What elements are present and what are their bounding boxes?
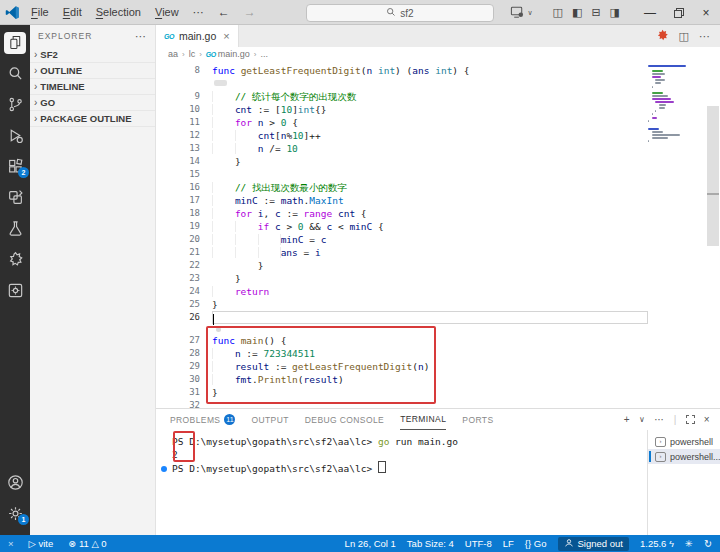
line-number[interactable]: 32 — [156, 399, 212, 408]
panel-tab-output[interactable]: OUTPUT — [251, 409, 288, 430]
line-number[interactable]: 26 — [156, 311, 212, 324]
restore-icon[interactable] — [664, 6, 692, 20]
editor-scrollbar[interactable] — [707, 106, 719, 246]
sidebar-section-outline[interactable]: ›OUTLINE — [30, 62, 155, 78]
code-line-22[interactable]: 22 } — [156, 259, 648, 272]
status-go-version[interactable]: 1.25.6 ϟ — [640, 538, 674, 549]
code-line-27[interactable]: 27func main() { — [156, 334, 648, 347]
menu-edit[interactable]: Edit — [56, 3, 89, 22]
line-number[interactable]: 20 — [156, 233, 212, 246]
terminal-list-item[interactable]: powershell... — [648, 449, 720, 464]
menu-selection[interactable]: Selection — [89, 3, 148, 22]
code-line-14[interactable]: 14 } — [156, 155, 648, 168]
code-line-31[interactable]: 31} — [156, 386, 648, 399]
line-number[interactable]: 24 — [156, 285, 212, 298]
code-line-28[interactable]: 28 n := 723344511 — [156, 347, 648, 360]
codelens-widget[interactable] — [156, 324, 648, 334]
panel-more-icon[interactable]: ⋯ — [654, 414, 664, 425]
toggle-primary-sidebar-icon[interactable]: ◧ — [572, 6, 582, 19]
line-number[interactable]: 23 — [156, 272, 212, 285]
breadcrumb-item[interactable]: GOmain.go — [206, 49, 250, 59]
line-number[interactable]: 14 — [156, 155, 212, 168]
panel-tab-terminal[interactable]: TERMINAL — [400, 409, 446, 430]
line-number[interactable]: 19 — [156, 220, 212, 233]
code-line-18[interactable]: 18 for i, c := range cnt { — [156, 207, 648, 220]
line-number[interactable]: 29 — [156, 360, 212, 373]
panel-tab-problems[interactable]: PROBLEMS11 — [170, 409, 235, 430]
code-line-11[interactable]: 11 for n > 0 { — [156, 116, 648, 129]
code-line-30[interactable]: 30 fmt.Println(result) — [156, 373, 648, 386]
status-encoding[interactable]: UTF-8 — [465, 538, 492, 549]
codelens-widget[interactable] — [156, 77, 648, 90]
code-line-19[interactable]: 19 if c > 0 && c < minC { — [156, 220, 648, 233]
status-indentation[interactable]: Tab Size: 4 — [407, 538, 454, 549]
code-line-8[interactable]: 8func getLeastFrequentDigit(n int) (ans … — [156, 64, 648, 77]
more-actions-icon[interactable]: ⋯ — [699, 30, 710, 43]
tab-close-icon[interactable]: × — [223, 30, 229, 42]
terminal-list-item[interactable]: powershell — [648, 434, 720, 449]
line-number[interactable]: 8 — [156, 64, 212, 77]
command-center-search[interactable]: sf2 — [306, 4, 494, 22]
code-line-20[interactable]: 20 minC = c — [156, 233, 648, 246]
minimize-icon[interactable]: — — [636, 6, 664, 20]
activity-go-tools[interactable] — [0, 244, 30, 275]
sidebar-more-actions[interactable]: ⋯ — [135, 30, 147, 43]
status-account-status[interactable]: Signed out — [558, 537, 629, 551]
close-icon[interactable]: × — [692, 6, 720, 20]
status-problems-summary[interactable]: ⊗ 11 △ 0 — [68, 538, 106, 549]
terminal[interactable]: PS D:\mysetup\gopath\src\sf2\aa\lc> go r… — [156, 430, 647, 535]
activity-run-debug[interactable] — [0, 120, 30, 151]
breadcrumb-item[interactable]: ... — [260, 49, 268, 59]
line-number[interactable]: 10 — [156, 103, 212, 116]
split-editor-icon[interactable]: ◫ — [679, 30, 689, 43]
line-number[interactable]: 31 — [156, 386, 212, 399]
code-line-9[interactable]: 9 // 统计每个数字的出现次数 — [156, 90, 648, 103]
tab-main-go[interactable]: GO main.go × — [156, 25, 239, 47]
panel-tab-debug-console[interactable]: DEBUG CONSOLE — [305, 409, 384, 430]
activity-explorer[interactable] — [0, 27, 30, 58]
code-line-32[interactable]: 32 — [156, 399, 648, 408]
sidebar-section-sf2[interactable]: ›SF2 — [30, 47, 155, 62]
menu-file[interactable]: File — [24, 3, 56, 22]
line-number[interactable]: 22 — [156, 259, 212, 272]
line-number[interactable]: 9 — [156, 90, 212, 103]
activity-extensions[interactable]: 2 — [0, 151, 30, 182]
customize-layout-icon[interactable]: ◫ — [553, 6, 563, 19]
activity-search[interactable] — [0, 58, 30, 89]
code-line-25[interactable]: 25} — [156, 298, 648, 311]
run-code-icon[interactable] — [656, 29, 669, 44]
new-terminal-icon[interactable]: + — [624, 414, 630, 425]
code-line-12[interactable]: 12 cnt[n%10]++ — [156, 129, 648, 142]
menu-view[interactable]: View — [148, 3, 186, 22]
line-number[interactable]: 27 — [156, 334, 212, 347]
line-number[interactable]: 17 — [156, 194, 212, 207]
close-panel-icon[interactable]: × — [704, 414, 710, 425]
activity-account[interactable] — [0, 467, 30, 498]
line-number[interactable]: 13 — [156, 142, 212, 155]
code-line-16[interactable]: 16 // 找出现次数最小的数字 — [156, 181, 648, 194]
command-decoration-dot[interactable] — [161, 466, 167, 472]
code-line-13[interactable]: 13 n /= 10 — [156, 142, 648, 155]
panel-tab-ports[interactable]: PORTS — [462, 409, 493, 430]
status-task-vite[interactable]: ▷ vite — [29, 538, 54, 549]
status-remote-indicator[interactable]: × — [8, 538, 14, 549]
terminal-dropdown-icon[interactable]: ∨ — [639, 415, 645, 424]
code-line-15[interactable]: 15 — [156, 168, 648, 181]
minimap[interactable] — [648, 65, 694, 146]
line-number[interactable]: 16 — [156, 181, 212, 194]
activity-source-control[interactable] — [0, 89, 30, 120]
status-extension-status[interactable]: ✳ — [685, 538, 693, 549]
toggle-secondary-sidebar-icon[interactable]: ◨ — [610, 6, 620, 19]
maximize-panel-icon[interactable] — [686, 415, 695, 424]
menu-more[interactable]: ⋯ — [186, 3, 211, 22]
code-line-26[interactable]: 26 — [156, 311, 648, 324]
code-line-24[interactable]: 24 return — [156, 285, 648, 298]
line-number[interactable]: 30 — [156, 373, 212, 386]
code-editor[interactable]: 8func getLeastFrequentDigit(n int) (ans … — [156, 61, 720, 408]
code-line-29[interactable]: 29 result := getLeastFrequentDigit(n) — [156, 360, 648, 373]
toggle-panel-icon[interactable]: ⊟ — [591, 6, 600, 19]
line-number[interactable]: 11 — [156, 116, 212, 129]
sidebar-section-package-outline[interactable]: ›PACKAGE OUTLINE — [30, 110, 155, 127]
code-line-23[interactable]: 23 } — [156, 272, 648, 285]
line-number[interactable]: 12 — [156, 129, 212, 142]
